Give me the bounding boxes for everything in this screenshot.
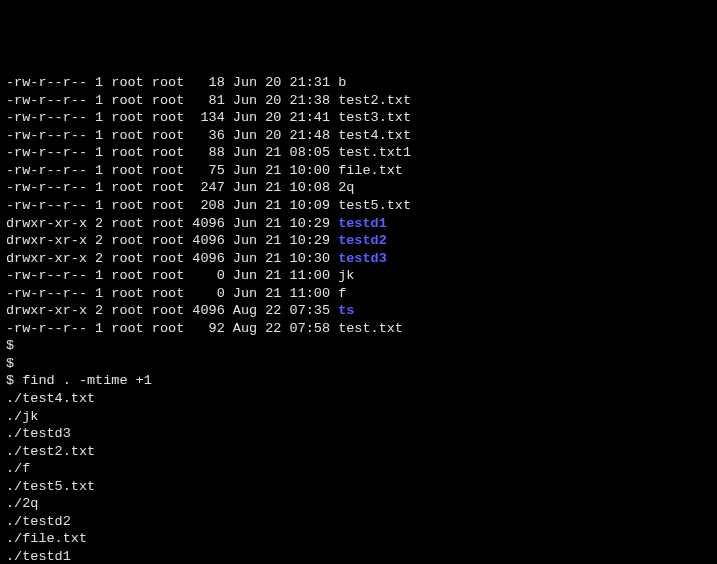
ls-row-meta: -rw-r--r-- 1 root root 88 Jun 21 08:05 bbox=[6, 145, 338, 160]
ls-row: -rw-r--r-- 1 root root 0 Jun 21 11:00 f bbox=[6, 285, 711, 303]
ls-row-name: test2.txt bbox=[338, 93, 411, 108]
ls-row-meta: drwxr-xr-x 2 root root 4096 Jun 21 10:29 bbox=[6, 216, 338, 231]
ls-row-meta: -rw-r--r-- 1 root root 0 Jun 21 11:00 bbox=[6, 286, 338, 301]
ls-row: -rw-r--r-- 1 root root 75 Jun 21 10:00 f… bbox=[6, 162, 711, 180]
find-result: ./testd2 bbox=[6, 513, 711, 531]
ls-row-meta: drwxr-xr-x 2 root root 4096 Aug 22 07:35 bbox=[6, 303, 338, 318]
ls-row: -rw-r--r-- 1 root root 36 Jun 20 21:48 t… bbox=[6, 127, 711, 145]
find-result: ./test4.txt bbox=[6, 390, 711, 408]
ls-row: drwxr-xr-x 2 root root 4096 Aug 22 07:35… bbox=[6, 302, 711, 320]
ls-row: -rw-r--r-- 1 root root 92 Aug 22 07:58 t… bbox=[6, 320, 711, 338]
ls-row: drwxr-xr-x 2 root root 4096 Jun 21 10:29… bbox=[6, 232, 711, 250]
ls-row: -rw-r--r-- 1 root root 134 Jun 20 21:41 … bbox=[6, 109, 711, 127]
ls-row-meta: -rw-r--r-- 1 root root 75 Jun 21 10:00 bbox=[6, 163, 338, 178]
ls-row-meta: -rw-r--r-- 1 root root 81 Jun 20 21:38 bbox=[6, 93, 338, 108]
ls-row: -rw-r--r-- 1 root root 18 Jun 20 21:31 b bbox=[6, 74, 711, 92]
find-result: ./file.txt bbox=[6, 530, 711, 548]
ls-row-meta: -rw-r--r-- 1 root root 18 Jun 20 21:31 bbox=[6, 75, 338, 90]
find-result: ./testd3 bbox=[6, 425, 711, 443]
prompt-symbol: $ bbox=[6, 373, 22, 388]
ls-row-meta: -rw-r--r-- 1 root root 247 Jun 21 10:08 bbox=[6, 180, 338, 195]
ls-row: -rw-r--r-- 1 root root 247 Jun 21 10:08 … bbox=[6, 179, 711, 197]
ls-row-name: b bbox=[338, 75, 346, 90]
ls-row-name: testd1 bbox=[338, 216, 387, 231]
ls-row-name: test3.txt bbox=[338, 110, 411, 125]
ls-row-meta: -rw-r--r-- 1 root root 36 Jun 20 21:48 bbox=[6, 128, 338, 143]
ls-row: -rw-r--r-- 1 root root 0 Jun 21 11:00 jk bbox=[6, 267, 711, 285]
ls-row-name: 2q bbox=[338, 180, 354, 195]
ls-row-name: jk bbox=[338, 268, 354, 283]
command-line: $ find . -mtime +1 bbox=[6, 372, 711, 390]
ls-row-meta: -rw-r--r-- 1 root root 0 Jun 21 11:00 bbox=[6, 268, 338, 283]
ls-row-name: testd2 bbox=[338, 233, 387, 248]
ls-row-name: ts bbox=[338, 303, 354, 318]
ls-row-name: f bbox=[338, 286, 346, 301]
prompt-line: $ bbox=[6, 337, 711, 355]
find-result: ./testd1 bbox=[6, 548, 711, 564]
prompt-line: $ bbox=[6, 355, 711, 373]
ls-row-name: test5.txt bbox=[338, 198, 411, 213]
command-text: find . -mtime +1 bbox=[22, 373, 152, 388]
terminal-output[interactable]: -rw-r--r-- 1 root root 18 Jun 20 21:31 b… bbox=[6, 74, 711, 564]
ls-row: -rw-r--r-- 1 root root 88 Jun 21 08:05 t… bbox=[6, 144, 711, 162]
find-result: ./test5.txt bbox=[6, 478, 711, 496]
ls-row-meta: drwxr-xr-x 2 root root 4096 Jun 21 10:29 bbox=[6, 233, 338, 248]
find-result: ./f bbox=[6, 460, 711, 478]
find-result: ./jk bbox=[6, 408, 711, 426]
ls-row-meta: -rw-r--r-- 1 root root 208 Jun 21 10:09 bbox=[6, 198, 338, 213]
ls-row: drwxr-xr-x 2 root root 4096 Jun 21 10:30… bbox=[6, 250, 711, 268]
ls-row: -rw-r--r-- 1 root root 81 Jun 20 21:38 t… bbox=[6, 92, 711, 110]
ls-row-name: file.txt bbox=[338, 163, 403, 178]
ls-row-meta: -rw-r--r-- 1 root root 92 Aug 22 07:58 bbox=[6, 321, 338, 336]
ls-row-name: testd3 bbox=[338, 251, 387, 266]
ls-row-meta: -rw-r--r-- 1 root root 134 Jun 20 21:41 bbox=[6, 110, 338, 125]
ls-row-meta: drwxr-xr-x 2 root root 4096 Jun 21 10:30 bbox=[6, 251, 338, 266]
find-result: ./test2.txt bbox=[6, 443, 711, 461]
ls-row: -rw-r--r-- 1 root root 208 Jun 21 10:09 … bbox=[6, 197, 711, 215]
ls-row-name: test.txt1 bbox=[338, 145, 411, 160]
find-result: ./2q bbox=[6, 495, 711, 513]
ls-row: drwxr-xr-x 2 root root 4096 Jun 21 10:29… bbox=[6, 215, 711, 233]
ls-row-name: test.txt bbox=[338, 321, 403, 336]
ls-row-name: test4.txt bbox=[338, 128, 411, 143]
